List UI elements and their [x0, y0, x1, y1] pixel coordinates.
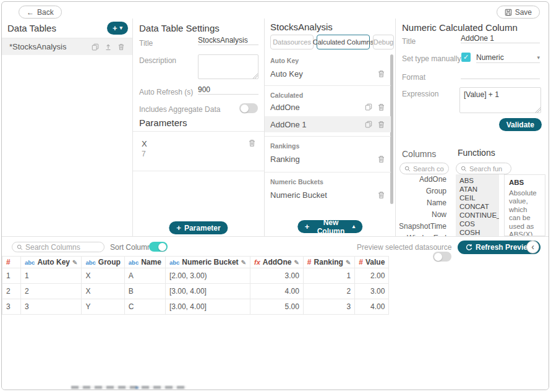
functions-list-item-selected[interactable]: ABS	[456, 176, 499, 185]
collapse-preview-button[interactable]: ‹	[526, 241, 539, 254]
column-item-label: Ranking	[270, 155, 300, 164]
cell: [2.00, 3.00)	[165, 268, 250, 284]
search-icon	[404, 166, 411, 172]
copy-icon[interactable]	[92, 43, 99, 51]
column-item-numeric-bucket[interactable]: Numeric Bucket	[265, 187, 391, 203]
functions-list: ABS ATAN CEIL CONCAT CONTINUE_NPR COS CO…	[456, 174, 499, 236]
header-numeric-bucket[interactable]: abc Numeric Bucket ✎	[165, 257, 250, 268]
title-input[interactable]	[198, 36, 258, 45]
validate-button[interactable]: Validate	[499, 118, 542, 131]
copy-icon[interactable]	[365, 121, 372, 128]
chevron-left-icon: ‹	[531, 242, 534, 251]
columns-list-item[interactable]: AddOne	[419, 175, 446, 184]
pencil-icon[interactable]: ✎	[346, 259, 351, 266]
tab-debug[interactable]: Debug	[373, 35, 394, 49]
function-description-text: Absolute value, which can be used as ABS…	[509, 189, 537, 237]
pencil-icon[interactable]: ✎	[294, 259, 299, 266]
cell: 5.00	[250, 299, 304, 315]
header-addone[interactable]: fx AddOne ✎	[250, 257, 304, 268]
preview-table-header-row: # abc Auto Key ✎ abc Group abc Name abc …	[2, 257, 389, 268]
cell: 4.00	[355, 299, 389, 315]
trash-icon[interactable]	[377, 70, 385, 78]
columns-list-item[interactable]: Group	[426, 187, 446, 195]
cell: 4.00	[250, 284, 304, 299]
expression-textarea[interactable]: [Value] + 1	[459, 87, 541, 113]
column-item-auto-key[interactable]: Auto Key	[265, 66, 391, 82]
trash-icon[interactable]	[377, 103, 385, 111]
columns-list-item[interactable]: Now	[432, 210, 446, 219]
column-item-addone-1-selected[interactable]: AddOne 1	[265, 116, 391, 132]
tab-datasources[interactable]: Datasources	[270, 35, 314, 49]
aggregate-toggle[interactable]	[239, 103, 258, 113]
header-group[interactable]: abc Group	[82, 257, 124, 268]
header-value[interactable]: # Value	[355, 257, 389, 268]
column-item-addone[interactable]: AddOne	[265, 99, 391, 115]
data-table-list-item[interactable]: *StocksAnalysis	[2, 38, 132, 55]
calculated-column-editor-panel: Numeric Calculated Column Title Set type…	[396, 19, 549, 236]
text-type-icon: abc	[129, 259, 139, 266]
pencil-icon[interactable]: ✎	[72, 259, 77, 266]
parameter-row[interactable]: X 7	[133, 132, 264, 171]
text-type-icon: abc	[169, 259, 179, 266]
trash-icon[interactable]	[377, 155, 385, 163]
format-input[interactable]	[461, 70, 540, 79]
preview-search[interactable]	[12, 242, 105, 252]
functions-list-item[interactable]: CEIL	[456, 194, 499, 202]
resize-handle-icon[interactable]	[253, 74, 258, 79]
trash-icon[interactable]	[248, 139, 256, 147]
back-arrow-icon: ←	[27, 8, 34, 17]
column-item-ranking[interactable]: Ranking	[265, 151, 391, 167]
type-select-value: Numeric	[476, 53, 504, 62]
trash-icon[interactable]	[117, 43, 125, 51]
upload-icon[interactable]	[105, 43, 112, 51]
type-select[interactable]: Numeric ▾	[476, 53, 540, 63]
resize-handle-icon[interactable]	[536, 108, 540, 113]
column-item-label: Auto Key	[270, 69, 303, 79]
trash-icon[interactable]	[377, 121, 385, 129]
functions-list-item[interactable]: COSH	[456, 228, 499, 236]
preview-search-input[interactable]	[25, 243, 100, 252]
trash-icon[interactable]	[377, 191, 385, 199]
save-button[interactable]: Save	[497, 6, 540, 19]
plus-icon: +	[113, 24, 117, 32]
description-label: Description	[139, 56, 176, 65]
auto-refresh-input[interactable]	[198, 85, 258, 95]
header-label: Ranking	[314, 258, 343, 266]
numeric-type-icon: #	[307, 258, 312, 266]
pencil-icon[interactable]: ✎	[241, 259, 246, 266]
functions-search-input[interactable]	[469, 165, 506, 173]
table-row: 1 1 X A [2.00, 3.00) 3.00 1 2.00	[2, 268, 389, 284]
caret-up-icon: ▴	[352, 224, 356, 229]
back-button[interactable]: ← Back	[19, 6, 62, 19]
columns-search-input[interactable]	[413, 165, 444, 173]
sort-columns-toggle[interactable]	[149, 242, 168, 252]
functions-list-item[interactable]: CONCAT	[456, 202, 499, 211]
set-type-checkbox[interactable]: ✓	[461, 53, 471, 62]
functions-list-item[interactable]: CONTINUE_NPR	[456, 211, 499, 219]
header-auto-key[interactable]: abc Auto Key ✎	[21, 257, 82, 268]
numeric-type-icon: #	[359, 258, 363, 266]
preview-datasource-toggle[interactable]	[433, 252, 451, 262]
editor-title-input[interactable]	[461, 34, 540, 43]
description-textarea[interactable]	[198, 54, 258, 79]
columns-list-item[interactable]: Name	[427, 198, 446, 207]
functions-list-item[interactable]: COS	[456, 219, 499, 228]
text-type-icon: abc	[85, 259, 95, 266]
add-parameter-button[interactable]: + Parameter	[169, 221, 228, 234]
functions-list-item[interactable]: ATAN	[456, 185, 499, 194]
header-name[interactable]: abc Name	[124, 257, 165, 268]
header-label: AddOne	[263, 258, 292, 266]
copy-icon[interactable]	[365, 103, 372, 111]
cell: 3.00	[250, 268, 304, 284]
add-parameter-label: Parameter	[184, 224, 221, 232]
columns-list-item[interactable]: SnapshotTime	[399, 222, 446, 231]
add-data-table-button[interactable]: + ▾	[107, 22, 128, 35]
expression-label: Expression	[402, 90, 438, 98]
new-column-button[interactable]: + New Column ▴	[297, 220, 363, 233]
tab-calculated-columns[interactable]: Calculated Columns	[317, 35, 370, 49]
header-row-number[interactable]: #	[2, 257, 21, 268]
cell: 3.00	[355, 284, 389, 299]
header-ranking[interactable]: # Ranking ✎	[303, 257, 354, 268]
cell: [3.00, 4.00]	[165, 299, 250, 315]
functions-search[interactable]	[456, 163, 511, 174]
